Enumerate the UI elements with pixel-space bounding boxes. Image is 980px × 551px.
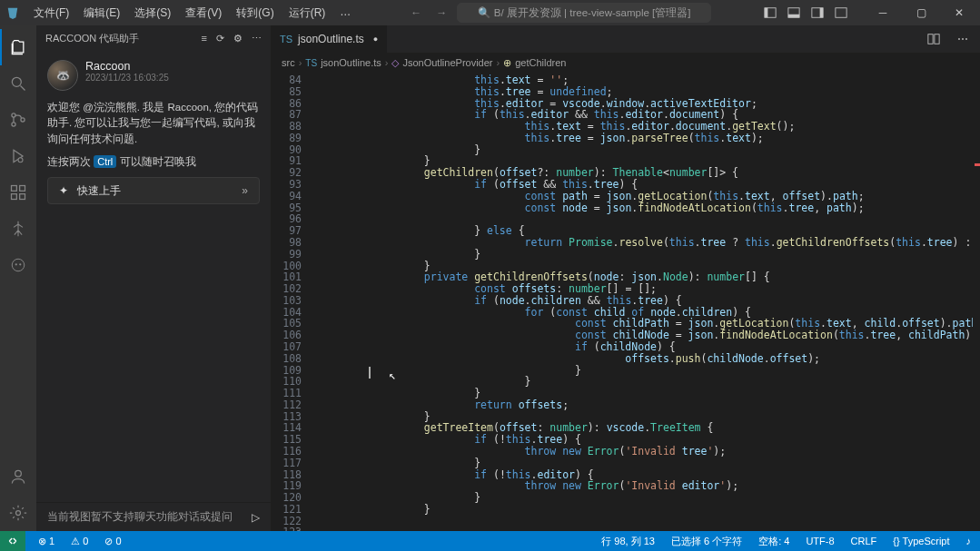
window-max[interactable]: ▢ [904,0,938,25]
quickstart-label: 快速上手 [77,183,121,199]
menu-item-1[interactable]: 编辑(E) [77,3,126,24]
layout-left-icon[interactable] [760,3,780,23]
code-line[interactable]: return Promise.resolve(this.tree ? this.… [312,237,973,249]
svg-rect-14 [12,194,17,200]
status-selection[interactable]: 已选择 6 个字符 [668,535,746,548]
svg-rect-23 [935,34,939,44]
crumb-file[interactable]: jsonOutline.ts [321,57,381,68]
tab-jsonoutline[interactable]: TS jsonOutline.ts [271,25,388,53]
main: RACCOON 代码助手 ≡ ⟳ ⚙ ⋯ 🦝 Raccoon 2023/11/2… [0,25,980,531]
svg-rect-3 [788,15,799,18]
code-line[interactable]: } [312,249,973,261]
menu-item-4[interactable]: 转到(G) [230,3,280,24]
nav-forward[interactable]: → [431,3,451,23]
titlebar-center: ← → 🔍 B/ 展开发资源 | tree-view-sample [管理器] [357,3,760,23]
assistant-avatar: 🦝 [47,60,78,91]
sidebar-footer: 当前视图暂不支持聊天功能对话或提问 ▷ [36,502,271,531]
code-line[interactable]: } [312,388,973,399]
hint-post: 可以随时召唤我 [116,156,195,167]
sidebar-reload-icon[interactable]: ⟳ [216,33,224,44]
activity-raccoon[interactable] [0,247,36,283]
svg-point-9 [12,113,15,117]
assistant-time: 2023/11/23 16:03:25 [85,73,169,83]
svg-rect-6 [836,8,846,18]
code-editor[interactable]: 8485868788899091929394959697989910010110… [271,73,980,531]
svg-point-12 [18,158,23,162]
remote-indicator[interactable] [0,531,25,551]
activity-explorer[interactable] [0,29,36,65]
status-spaces[interactable]: 空格: 4 [755,535,793,548]
code-line[interactable]: return offsets; [312,399,973,411]
crumb-class[interactable]: JsonOutlineProvider [402,57,492,68]
nav-back[interactable]: ← [406,3,426,23]
svg-point-18 [15,263,17,265]
tabbar: TS jsonOutline.ts ⋯ [271,25,980,53]
sidebar-body: 🦝 Raccoon 2023/11/23 16:03:25 欢迎您 @浣浣熊熊.… [36,51,271,502]
activity-access[interactable] [0,211,36,247]
code-line[interactable]: this.tree = json.parseTree(this.text); [312,133,973,144]
code-line[interactable]: throw new Error('Invalid tree'); [312,446,973,458]
tab-more-icon[interactable]: ⋯ [953,29,973,49]
svg-point-10 [12,123,15,126]
compare-icon[interactable] [924,29,944,49]
activity-settings[interactable] [0,495,36,531]
hint-kbd: Ctrl [94,155,116,168]
sidebar-settings-icon[interactable]: ⚙ [233,33,243,44]
activity-search[interactable] [0,65,36,102]
status-port[interactable]: ⊘ 0 [101,536,124,547]
menu-item-0[interactable]: 文件(F) [27,3,75,24]
crumb-method[interactable]: getChildren [515,57,566,68]
command-center[interactable]: 🔍 B/ 展开发资源 | tree-view-sample [管理器] [457,3,711,23]
menubar: 文件(F)编辑(E)选择(S)查看(V)转到(G)运行(R)… [27,3,357,24]
sidebar-title: RACCOON 代码助手 ≡ ⟳ ⚙ ⋯ [36,25,271,51]
code-line[interactable]: this.text = ''; [312,74,973,86]
breadcrumb[interactable]: src › TS jsonOutline.ts › ◇ JsonOutlineP… [271,53,980,73]
layout-right-icon[interactable] [807,3,827,23]
sidebar-title-text: RACCOON 代码助手 [45,32,202,45]
ts-file-icon: TS [280,34,292,44]
svg-rect-15 [20,194,25,200]
app-icon [4,4,22,22]
window-min[interactable]: ─ [866,0,900,25]
activity-scm[interactable] [0,102,36,138]
crumb-src[interactable]: src [282,57,295,68]
activity-account[interactable] [0,458,36,495]
code-line[interactable]: } [312,458,973,469]
sidebar-more-icon[interactable]: ⋯ [252,33,262,44]
code-line[interactable]: offsets.push(childNode.offset); [312,353,973,365]
status-encoding[interactable]: UTF-8 [802,536,837,546]
editor-area: TS jsonOutline.ts ⋯ src › TS jsonOutline… [271,25,980,531]
sidebar-list-icon[interactable]: ≡ [202,33,207,44]
code-line[interactable]: } [312,492,973,504]
svg-point-19 [19,263,21,265]
menu-item-2[interactable]: 选择(S) [128,3,177,24]
menu-item-6[interactable]: … [333,3,357,24]
menu-item-5[interactable]: 运行(R) [282,3,332,24]
window-close[interactable]: ✕ [942,0,976,25]
menu-item-3[interactable]: 查看(V) [179,3,228,24]
statusbar: ⊗ 1 ⚠ 0 ⊘ 0 行 98, 列 13 已选择 6 个字符 空格: 4 U… [0,531,980,551]
code-content[interactable]: this.text = ''; this.tree = undefined; t… [312,73,973,531]
status-bell[interactable]: ♪ [963,536,975,546]
titlebar: 文件(F)编辑(E)选择(S)查看(V)转到(G)运行(R)… ← → 🔍 B/… [0,0,980,25]
quickstart-button[interactable]: ✦ 快速上手 » [47,177,260,204]
customize-icon[interactable] [831,3,851,23]
activity-extensions[interactable] [0,174,36,211]
svg-line-8 [21,86,25,91]
status-warnings[interactable]: ⚠ 0 [67,536,92,547]
svg-point-21 [16,511,21,516]
minimap[interactable] [973,73,980,531]
svg-rect-22 [928,34,933,44]
status-position[interactable]: 行 98, 列 13 [598,535,658,548]
code-line[interactable]: } [312,504,973,516]
status-eol[interactable]: CRLF [847,536,881,546]
layout-bottom-icon[interactable] [784,3,804,23]
status-language[interactable]: {} TypeScript [889,536,953,546]
nav-buttons: ← → [406,3,451,23]
activitybar [0,25,36,531]
search-icon: 🔍 [478,6,490,19]
send-icon[interactable]: ▷ [252,511,260,524]
status-errors[interactable]: ⊗ 1 [35,536,58,547]
sparkle-icon: ✦ [59,184,68,197]
activity-run[interactable] [0,138,36,174]
